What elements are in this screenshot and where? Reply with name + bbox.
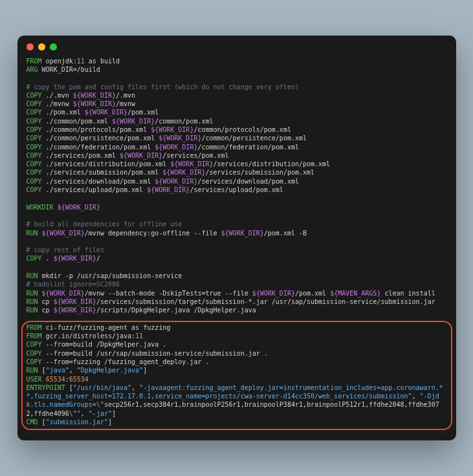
code-line (27, 194, 447, 202)
code-line (27, 237, 447, 246)
code-line: RUN cp ${WORK_DIR}/services/submission/t… (27, 298, 447, 306)
code-line: COPY ./services/submission/pom.xml ${WOR… (27, 168, 447, 177)
code-line (27, 74, 447, 82)
code-line: COPY ./.mvn ${WORK_DIR}/.mvn (27, 91, 447, 100)
code-line: # copy the pom and config files first (w… (27, 83, 447, 91)
code-line: COPY ./common/persistence/pom.xml ${WORK… (27, 134, 447, 142)
code-line: FROM ci-fuzz/fuzzing-agent as fuzzing (27, 323, 447, 332)
code-line: RUN ${WORK_DIR}/mvnw dependency:go-offli… (27, 229, 447, 237)
code-line: # hadolint ignore=SC2086 (27, 280, 447, 288)
code-line: RUN ${WORK_DIR}/mvnw --batch-mode -Dskip… (27, 289, 447, 298)
code-line: ARG WORK_DIR=/build (27, 65, 447, 74)
code-line (27, 263, 447, 272)
code-line: ENTRYPOINT ["/usr/bin/java", "-javaagent… (27, 384, 447, 418)
code-line: RUN mkdir -p /usr/sap/submission-service (27, 272, 447, 280)
code-line: # copy rest of files (27, 246, 447, 254)
code-line: COPY ./pom.xml ${WORK_DIR}/pom.xml (27, 108, 447, 116)
code-line: COPY . ${WORK_DIR}/ (27, 254, 447, 263)
code-block: FROM openjdk:11 as buildARG WORK_DIR=/bu… (17, 54, 456, 432)
code-line: FROM openjdk:11 as build (27, 57, 447, 65)
code-line: CMD ["submission.jar"] (27, 418, 447, 426)
code-line: FROM gcr.io/distroless/java:11 (27, 332, 447, 340)
maximize-icon[interactable] (50, 43, 57, 50)
code-line: WORKDIR ${WORK_DIR} (27, 203, 447, 211)
code-line: COPY ./services/download/pom.xml ${WORK_… (27, 177, 447, 186)
code-line: COPY ./services/distribution/pom.xml ${W… (27, 160, 447, 168)
code-line (27, 315, 447, 323)
code-line: COPY ./services/pom.xml ${WORK_DIR}/serv… (27, 151, 447, 160)
code-line (27, 211, 447, 220)
code-line: COPY ./services/upload/pom.xml ${WORK_DI… (27, 186, 447, 194)
code-line: COPY ./common/protocols/pom.xml ${WORK_D… (27, 125, 447, 134)
code-line: COPY --from=build /usr/sap/submission-se… (27, 349, 447, 358)
code-line: # build all dependencies for offline use (27, 220, 447, 228)
minimize-icon[interactable] (38, 43, 45, 50)
code-line: USER 65534:65534 (27, 375, 447, 384)
code-line: RUN cp ${WORK_DIR}/scripts/DpkgHelper.ja… (27, 306, 447, 314)
terminal-window: FROM openjdk:11 as buildARG WORK_DIR=/bu… (17, 36, 456, 441)
code-line: COPY --from=build /DpkgHelper.java . (27, 340, 447, 349)
code-line: COPY ./common/federation/pom.xml ${WORK_… (27, 143, 447, 151)
titlebar (17, 36, 456, 54)
code-line: RUN ["java", "DpkgHelper.java"] (27, 366, 447, 374)
close-icon[interactable] (27, 43, 34, 50)
code-line: COPY ./mvnw ${WORK_DIR}/mvnw (27, 100, 447, 108)
code-line: COPY ./common/pom.xml ${WORK_DIR}/common… (27, 117, 447, 125)
code-line: COPY --from=fuzzing /fuzzing_agent_deplo… (27, 358, 447, 366)
